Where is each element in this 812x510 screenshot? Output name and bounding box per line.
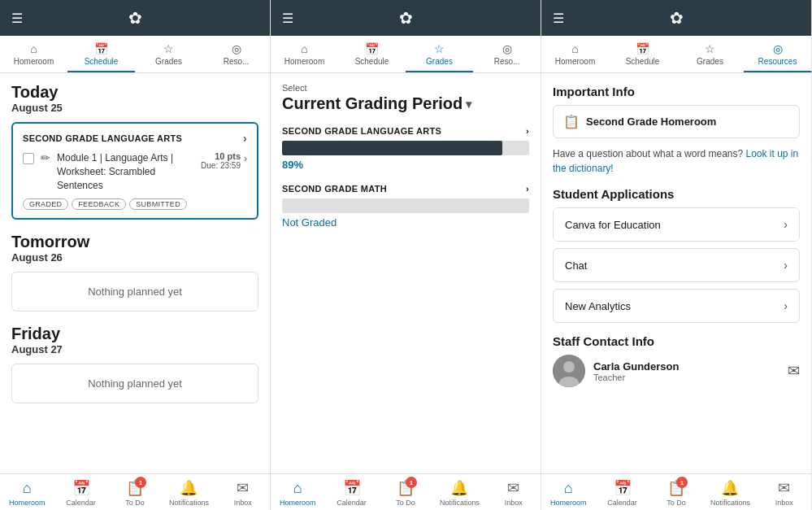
rnav-notifications-icon: 🔔 — [721, 479, 739, 497]
pencil-icon: ✏ — [41, 151, 50, 164]
assignment-checkbox[interactable] — [23, 153, 34, 164]
rnav-inbox[interactable]: ✉ Inbox — [758, 474, 811, 510]
nav-calendar-icon: 📅 — [72, 479, 90, 497]
gtab-homeroom-icon: ⌂ — [301, 42, 307, 55]
course-chevron-icon: › — [243, 132, 247, 145]
rtab-schedule[interactable]: 📅 Schedule — [609, 36, 676, 72]
la-progress-fill — [282, 141, 502, 155]
top-bar-schedule: ☰ ✿ — [0, 0, 270, 36]
rtab-homeroom[interactable]: ⌂ Homeroom — [541, 36, 609, 72]
tab-grades[interactable]: ☆ Grades — [135, 36, 202, 72]
rnav-inbox-icon: ✉ — [778, 479, 790, 497]
menu-icon-2[interactable]: ☰ — [282, 11, 293, 26]
gtab-homeroom[interactable]: ⌂ Homeroom — [271, 36, 338, 72]
dictionary-link[interactable]: Look it up in the dictionary! — [553, 148, 798, 174]
tab-schedule[interactable]: 📅 Schedule — [67, 36, 135, 72]
staff-name: Carla Gunderson — [593, 360, 679, 373]
gtab-resources[interactable]: ◎ Reso... — [473, 36, 541, 72]
friday-date: August 27 — [11, 343, 258, 355]
rtab-resources[interactable]: ◎ Resources — [744, 36, 811, 72]
rtodo-badge: 1 — [676, 477, 688, 488]
friday-label: Friday — [11, 325, 258, 343]
gnav-calendar-icon: 📅 — [343, 479, 361, 497]
gnav-inbox-icon: ✉ — [507, 479, 519, 497]
rtab-resources-icon: ◎ — [773, 42, 783, 55]
todo-badge: 1 — [135, 477, 146, 488]
top-bar-resources: ☰ ✿ — [541, 0, 811, 36]
rnav-todo[interactable]: 1 📋 To Do — [649, 474, 703, 510]
logo-icon-2: ✿ — [399, 8, 413, 28]
app-chat-name: Chat — [565, 259, 587, 272]
gnav-todo[interactable]: 1 📋 To Do — [379, 474, 432, 510]
grades-content: Select Current Grading Period ▾ SECOND G… — [271, 73, 541, 473]
grading-period[interactable]: Current Grading Period ▾ — [282, 94, 529, 113]
staff-card: Carla Gunderson Teacher ✉ — [553, 355, 800, 387]
rtab-grades[interactable]: ☆ Grades — [676, 36, 744, 72]
caret-icon: ▾ — [466, 98, 471, 111]
nav-homeroom[interactable]: ⌂ Homeroom — [0, 474, 54, 510]
staff-avatar — [553, 355, 585, 387]
gnav-homeroom[interactable]: ⌂ Homeroom — [271, 474, 324, 510]
tab-resources[interactable]: ◎ Reso... — [202, 36, 270, 72]
rnav-calendar[interactable]: 📅 Calendar — [595, 474, 649, 510]
nav-notifications[interactable]: 🔔 Notifications — [162, 474, 215, 510]
math-chevron-icon[interactable]: › — [526, 184, 529, 194]
menu-icon-3[interactable]: ☰ — [553, 11, 564, 26]
course-name: SECOND GRADE LANGUAGE ARTS — [23, 133, 182, 143]
badge-feedback: FEEDBACK — [72, 198, 126, 210]
gtab-resources-icon: ◎ — [502, 42, 512, 55]
rnav-homeroom[interactable]: ⌂ Homeroom — [541, 474, 595, 510]
schedule-nav-tabs: ⌂ Homeroom 📅 Schedule ☆ Grades ◎ Reso... — [0, 36, 270, 73]
staff-role: Teacher — [593, 373, 679, 382]
nav-homeroom-icon: ⌂ — [23, 480, 32, 497]
logo-icon: ✿ — [128, 8, 142, 28]
grade-section-math: SECOND GRADE MATH › Not Graded — [282, 184, 529, 229]
gnav-calendar[interactable]: 📅 Calendar — [324, 474, 378, 510]
gtab-schedule[interactable]: 📅 Schedule — [338, 36, 406, 72]
app-chat[interactable]: Chat › — [553, 248, 800, 282]
tomorrow-header: Tomorrow August 26 — [11, 233, 258, 264]
gtab-grades[interactable]: ☆ Grades — [406, 36, 473, 72]
rnav-homeroom-icon: ⌂ — [564, 480, 573, 497]
nav-inbox[interactable]: ✉ Inbox — [216, 474, 270, 510]
nav-notifications-icon: 🔔 — [180, 479, 198, 497]
badge-submitted: SUBMITTED — [129, 198, 187, 210]
staff-email-icon[interactable]: ✉ — [788, 362, 800, 380]
menu-icon[interactable]: ☰ — [11, 11, 23, 26]
app-canva-name: Canva for Education — [565, 219, 661, 231]
today-date: August 25 — [11, 102, 258, 114]
today-label: Today — [11, 83, 258, 102]
nav-calendar[interactable]: 📅 Calendar — [54, 474, 107, 510]
student-apps-title: Student Applications — [553, 187, 800, 201]
nav-todo[interactable]: 1 📋 To Do — [108, 474, 162, 510]
grades-icon: ☆ — [163, 42, 174, 55]
gtab-schedule-icon: 📅 — [365, 42, 379, 55]
gnav-inbox[interactable]: ✉ Inbox — [487, 474, 541, 510]
staff-info: Carla Gunderson Teacher — [553, 355, 679, 387]
la-percent: 89% — [282, 159, 529, 171]
homeroom-card[interactable]: 📋 Second Grade Homeroom — [553, 105, 800, 138]
la-course-name: SECOND GRADE LANGUAGE ARTS — [282, 126, 441, 136]
grades-bottom-nav: ⌂ Homeroom 📅 Calendar 1 📋 To Do 🔔 Notifi… — [271, 473, 541, 510]
tomorrow-nothing: Nothing planned yet — [11, 272, 258, 312]
rnav-calendar-icon: 📅 — [614, 479, 632, 497]
tab-homeroom[interactable]: ⌂ Homeroom — [0, 36, 67, 72]
app-canva[interactable]: Canva for Education › — [553, 207, 800, 242]
math-progress-bar — [282, 198, 529, 213]
assignment-badges: GRADED FEEDBACK SUBMITTED — [23, 198, 247, 210]
resources-icon: ◎ — [232, 42, 241, 55]
math-course-name: SECOND GRADE MATH — [282, 184, 387, 194]
rnav-notifications[interactable]: 🔔 Notifications — [703, 474, 757, 510]
analytics-chevron-icon: › — [784, 299, 788, 312]
gnav-notifications[interactable]: 🔔 Notifications — [432, 474, 486, 510]
assignment-card[interactable]: SECOND GRADE LANGUAGE ARTS › ✏ Module 1 … — [11, 122, 258, 220]
la-chevron-icon[interactable]: › — [526, 126, 529, 136]
tomorrow-label: Tomorrow — [11, 233, 258, 251]
app-analytics[interactable]: New Analytics › — [553, 289, 800, 323]
canva-chevron-icon: › — [784, 218, 788, 231]
resources-content: Important Info 📋 Second Grade Homeroom H… — [541, 73, 811, 473]
select-label: Select — [282, 83, 529, 93]
homeroom-card-text: Second Grade Homeroom — [586, 116, 716, 128]
badge-graded: GRADED — [23, 198, 68, 210]
friday-header: Friday August 27 — [11, 325, 258, 355]
